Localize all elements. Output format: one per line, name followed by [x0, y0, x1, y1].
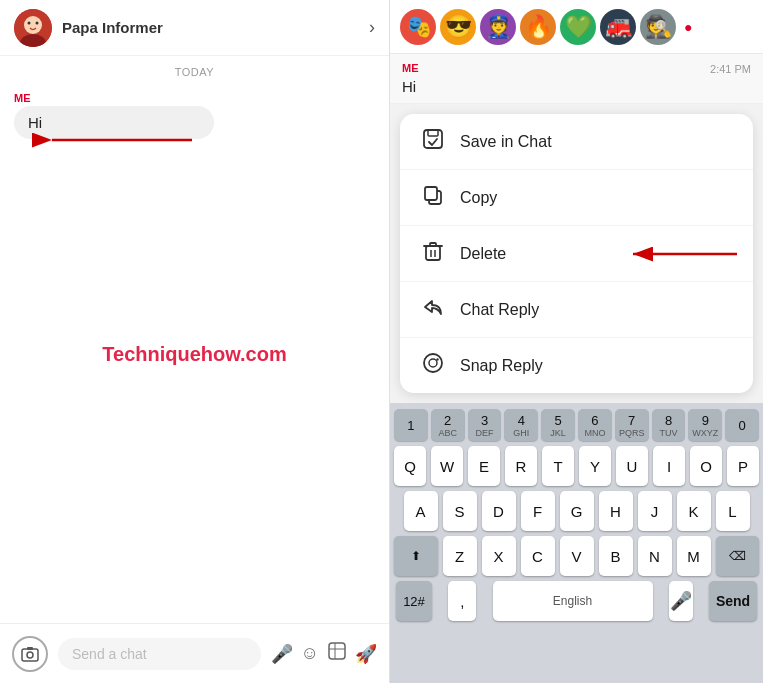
- delete-arrow: [629, 245, 739, 263]
- key-v[interactable]: V: [560, 536, 594, 576]
- left-bottom-bar: Send a chat 🎤 ☺ 🚀: [0, 623, 389, 683]
- avatar-1: 🎭: [400, 9, 436, 45]
- key-b[interactable]: B: [599, 536, 633, 576]
- asdf-row: A S D F G H J K L: [394, 491, 759, 531]
- key-s[interactable]: S: [443, 491, 477, 531]
- key-i[interactable]: I: [653, 446, 685, 486]
- key-8[interactable]: 8TUV: [652, 409, 686, 441]
- key-u[interactable]: U: [616, 446, 648, 486]
- key-3[interactable]: 3DEF: [468, 409, 502, 441]
- send-key[interactable]: Send: [709, 581, 757, 621]
- mic-key[interactable]: 🎤: [669, 581, 693, 621]
- left-header: Papa Informer ›: [0, 0, 389, 56]
- avatar-7: 🕵️: [640, 9, 676, 45]
- key-n[interactable]: N: [638, 536, 672, 576]
- number-row: 1 2ABC 3DEF 4GHI 5JKL 6MNO 7PQRS 8TUV 9W…: [394, 409, 759, 441]
- chat-reply-label: Chat Reply: [460, 301, 539, 319]
- key-1[interactable]: 1: [394, 409, 428, 441]
- svg-rect-10: [329, 643, 345, 659]
- space-key[interactable]: English: [493, 581, 653, 621]
- trash-icon: [420, 240, 446, 267]
- chat-input[interactable]: Send a chat: [58, 638, 261, 670]
- menu-item-save-in-chat[interactable]: Save in Chat: [400, 114, 753, 170]
- key-z[interactable]: Z: [443, 536, 477, 576]
- key-c[interactable]: C: [521, 536, 555, 576]
- svg-point-21: [424, 354, 442, 372]
- right-chat-area: ME 2:41 PM Hi: [390, 54, 763, 104]
- right-panel: 🎭 😎 👮 🔥 💚 🚒 🕵️ ● ME 2:41 PM Hi Save in: [390, 0, 763, 683]
- menu-item-snap-reply[interactable]: Snap Reply: [400, 338, 753, 393]
- avatar-4: 🔥: [520, 9, 556, 45]
- key-l[interactable]: L: [716, 491, 750, 531]
- zxcv-row: ⬆ Z X C V B N M ⌫: [394, 536, 759, 576]
- camera-button[interactable]: [12, 636, 48, 672]
- svg-point-8: [27, 652, 33, 658]
- left-panel: Papa Informer › TODAY ME Hi Techniquehow…: [0, 0, 390, 683]
- key-5[interactable]: 5JKL: [541, 409, 575, 441]
- key-w[interactable]: W: [431, 446, 463, 486]
- mic-icon[interactable]: 🎤: [271, 643, 293, 665]
- menu-item-delete[interactable]: Delete: [400, 226, 753, 282]
- save-in-chat-label: Save in Chat: [460, 133, 552, 151]
- bottom-icons: 🎤 ☺ 🚀: [271, 641, 377, 666]
- keyboard-area: 1 2ABC 3DEF 4GHI 5JKL 6MNO 7PQRS 8TUV 9W…: [390, 403, 763, 683]
- key-2[interactable]: 2ABC: [431, 409, 465, 441]
- key-9[interactable]: 9WXYZ: [688, 409, 722, 441]
- key-e[interactable]: E: [468, 446, 500, 486]
- avatar: [14, 9, 52, 47]
- avatar-2: 😎: [440, 9, 476, 45]
- svg-point-22: [429, 359, 437, 367]
- numbers-switch-key[interactable]: 12#: [396, 581, 432, 621]
- emoji-icon[interactable]: ☺: [301, 643, 319, 664]
- avatar-6: 🚒: [600, 9, 636, 45]
- avatar-row: 🎭 😎 👮 🔥 💚 🚒 🕵️ ●: [390, 0, 763, 54]
- key-h[interactable]: H: [599, 491, 633, 531]
- watermark: Techniquehow.com: [102, 342, 286, 365]
- key-m[interactable]: M: [677, 536, 711, 576]
- rocket-icon[interactable]: 🚀: [355, 643, 377, 665]
- key-j[interactable]: J: [638, 491, 672, 531]
- key-g[interactable]: G: [560, 491, 594, 531]
- key-x[interactable]: X: [482, 536, 516, 576]
- hi-arrow: [44, 130, 194, 150]
- comma-key[interactable]: ,: [448, 581, 476, 621]
- key-f[interactable]: F: [521, 491, 555, 531]
- contact-name: Papa Informer: [62, 19, 369, 36]
- key-q[interactable]: Q: [394, 446, 426, 486]
- context-menu: Save in Chat Copy: [400, 114, 753, 393]
- chevron-right-icon[interactable]: ›: [369, 17, 375, 38]
- svg-rect-15: [426, 246, 440, 260]
- key-p[interactable]: P: [727, 446, 759, 486]
- sticker-icon[interactable]: [327, 641, 347, 666]
- menu-item-copy[interactable]: Copy: [400, 170, 753, 226]
- message-area: ME Hi Techniquehow.com: [0, 84, 389, 623]
- snap-reply-label: Snap Reply: [460, 357, 543, 375]
- svg-point-23: [436, 358, 438, 360]
- key-r[interactable]: R: [505, 446, 537, 486]
- key-k[interactable]: K: [677, 491, 711, 531]
- key-a[interactable]: A: [404, 491, 438, 531]
- shift-key[interactable]: ⬆: [394, 536, 438, 576]
- keyboard-bottom-row: 12# , English 🎤 Send: [394, 581, 759, 621]
- backspace-key[interactable]: ⌫: [716, 536, 760, 576]
- svg-rect-7: [22, 649, 38, 661]
- menu-item-chat-reply[interactable]: Chat Reply: [400, 282, 753, 338]
- svg-point-4: [36, 21, 39, 24]
- key-0[interactable]: 0: [725, 409, 759, 441]
- reply-icon: [420, 296, 446, 323]
- qwerty-row: Q W E R T Y U I O P: [394, 446, 759, 486]
- save-icon: [420, 128, 446, 155]
- svg-rect-9: [27, 647, 33, 650]
- key-7[interactable]: 7PQRS: [615, 409, 649, 441]
- key-y[interactable]: Y: [579, 446, 611, 486]
- key-t[interactable]: T: [542, 446, 574, 486]
- key-6[interactable]: 6MNO: [578, 409, 612, 441]
- key-d[interactable]: D: [482, 491, 516, 531]
- avatar-5: 💚: [560, 9, 596, 45]
- right-time: 2:41 PM: [710, 63, 751, 75]
- key-4[interactable]: 4GHI: [504, 409, 538, 441]
- delete-label: Delete: [460, 245, 506, 263]
- avatar-3: 👮: [480, 9, 516, 45]
- sender-label: ME: [14, 92, 375, 104]
- key-o[interactable]: O: [690, 446, 722, 486]
